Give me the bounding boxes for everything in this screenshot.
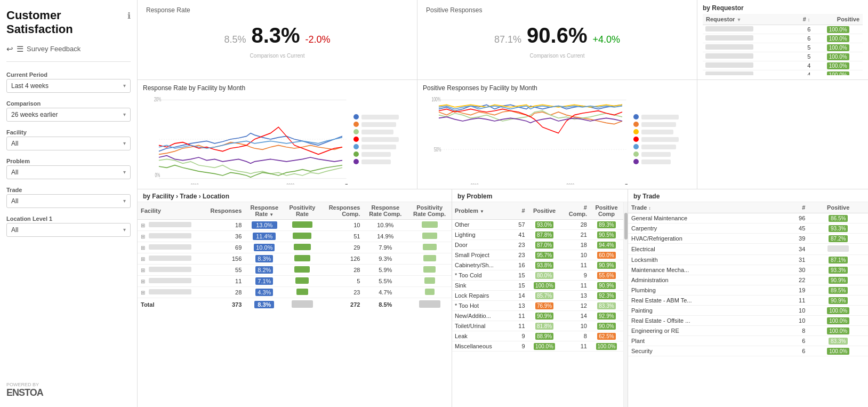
- positive-responses-delta: +4.0%: [592, 34, 620, 45]
- prob-pos-comp: 90.9%: [590, 260, 623, 270]
- powered-by: POWERED BY ENSTOA: [6, 382, 131, 398]
- comparison-select[interactable]: 26 weeks earlier ▾: [6, 108, 131, 122]
- prob-comp: 10: [561, 321, 590, 331]
- facility-table: Facility Responses ResponseRate ▼ Positi…: [138, 202, 452, 311]
- legend-item-6: [353, 151, 412, 157]
- svg-text:2019: 2019: [191, 182, 199, 185]
- fac-pos-comp: [407, 231, 452, 242]
- trade-row: Engineering or RE 8 100.0%: [628, 326, 868, 336]
- trade-row: Carpentry 45 93.3%: [628, 224, 868, 234]
- prob-col-count: #: [513, 202, 528, 220]
- prob-positive: 87.8%: [528, 230, 561, 240]
- problem-scrollbar[interactable]: [623, 202, 628, 407]
- prob-pos-comp: 89.3%: [590, 220, 623, 230]
- prob-pos-comp: 60.0%: [590, 250, 623, 260]
- fac-responses: 36: [202, 231, 245, 242]
- prob-name: Door: [452, 240, 513, 250]
- requestor-row: 4 100.0%: [703, 61, 863, 70]
- req-positive: 100.0%: [813, 34, 863, 43]
- fac-positivity: [284, 231, 320, 242]
- positive-responses-title: Positive Responses: [426, 6, 688, 14]
- problem-row: Lock Repairs 14 85.7% 13 92.3%: [452, 291, 623, 301]
- prob-positive: 100.0%: [528, 341, 561, 352]
- prob-count: 57: [513, 220, 528, 230]
- prob-pos-comp: 100.0%: [590, 341, 623, 352]
- response-rate-chart: Response Rate by Facility by Month 20% 0…: [138, 80, 417, 189]
- trade-select[interactable]: All ▾: [6, 194, 131, 208]
- req-name: [703, 43, 791, 52]
- trade-positive: 100.0%: [808, 326, 868, 336]
- fac-col-pos-comp: PositivityRate Comp.: [407, 202, 452, 220]
- trade-name: Administration: [628, 275, 782, 285]
- facility-label: Facility: [6, 129, 131, 135]
- legend-item-4: [353, 137, 412, 142]
- req-col-count: # ↕: [791, 14, 813, 25]
- prob-col-problem: Problem ▼: [452, 202, 513, 220]
- prob-col-comp: #Comp.: [561, 202, 590, 220]
- prob-count: 16: [513, 260, 528, 270]
- legend-item-5: [353, 144, 412, 149]
- req-count: 5: [791, 43, 813, 52]
- current-period-select[interactable]: Last 4 weeks ▾: [6, 79, 131, 93]
- location-chevron: ▾: [123, 227, 126, 233]
- trade-name: Maintenance Mecha...: [628, 265, 782, 275]
- fac-name: ⊞: [138, 220, 202, 231]
- pos-legend-7: [633, 159, 692, 164]
- prob-pos-comp: 94.4%: [590, 240, 623, 250]
- fac-responses: 55: [202, 265, 245, 276]
- prob-comp: 10: [561, 250, 590, 260]
- prob-name: Lighting: [452, 230, 513, 240]
- facility-select[interactable]: All ▾: [6, 137, 131, 150]
- prob-pos-comp: 90.5%: [590, 230, 623, 240]
- trade-row: Security 6 100.0%: [628, 346, 868, 356]
- trade-chevron: ▾: [123, 198, 126, 204]
- prob-comp: 12: [561, 301, 590, 311]
- trade-count: 6: [782, 346, 808, 356]
- trade-table: Trade ↕ # Positive General Maintenance 9…: [628, 202, 868, 356]
- back-icon[interactable]: ↩: [6, 44, 13, 54]
- trade-count: 31: [782, 255, 808, 265]
- trade-count: 6: [782, 336, 808, 346]
- fac-pos-comp: [407, 253, 452, 265]
- prob-positive: 95.7%: [528, 250, 561, 260]
- fac-positivity: [284, 276, 320, 287]
- trade-row: Plumbing 19 89.5%: [628, 285, 868, 296]
- prob-name: * Too Cold: [452, 270, 513, 281]
- location-label: Location Level 1: [6, 216, 131, 222]
- prob-positive: 88.9%: [528, 331, 561, 341]
- trade-count: 30: [782, 265, 808, 275]
- trade-count: 22: [782, 275, 808, 285]
- fac-resp-comp: 51: [320, 231, 363, 242]
- trade-positive: 86.5%: [808, 213, 868, 224]
- trade-name: Locksmith: [628, 255, 782, 265]
- fac-rate: 13.0%: [245, 220, 284, 231]
- fac-positivity: [284, 265, 320, 276]
- facility-row: ⊞ 28 4.3% 23 4.7%: [138, 287, 452, 298]
- fac-pos-comp: [407, 265, 452, 276]
- prob-positive: 93.8%: [528, 260, 561, 270]
- positive-responses-chart: Positive Responses by Facility by Month …: [417, 80, 697, 189]
- location-select[interactable]: All ▾: [6, 223, 131, 237]
- prob-name: Small Project: [452, 250, 513, 260]
- prob-comp: 28: [561, 220, 590, 230]
- req-col-requestor: Requestor ▼: [703, 14, 791, 25]
- trade-count: 39: [782, 234, 808, 244]
- page-title: Customer Satisfaction: [6, 9, 127, 37]
- trade-count: 10: [782, 316, 808, 326]
- prob-positive: 87.0%: [528, 240, 561, 250]
- req-count: 6: [791, 25, 813, 34]
- problem-label: Problem: [6, 158, 131, 164]
- svg-text:100%: 100%: [431, 96, 440, 102]
- sidebar: Customer Satisfaction ℹ ↩ ☰ Survey Feedb…: [0, 0, 138, 407]
- facility-row: ⊞ 156 8.3% 126 9.3%: [138, 253, 452, 265]
- problem-row: Cabinetry/Sh... 16 93.8% 11 90.9%: [452, 260, 623, 270]
- prob-positive: 85.7%: [528, 291, 561, 301]
- svg-text:▼: ▼: [344, 181, 349, 185]
- info-icon[interactable]: ℹ: [127, 11, 131, 21]
- trade-positive: 89.5%: [808, 285, 868, 296]
- list-icon[interactable]: ☰: [17, 44, 23, 54]
- prob-name: New/Additio...: [452, 311, 513, 321]
- trade-name: Electrical: [628, 244, 782, 255]
- trade-row: Administration 22 90.9%: [628, 275, 868, 285]
- problem-select[interactable]: All ▾: [6, 165, 131, 179]
